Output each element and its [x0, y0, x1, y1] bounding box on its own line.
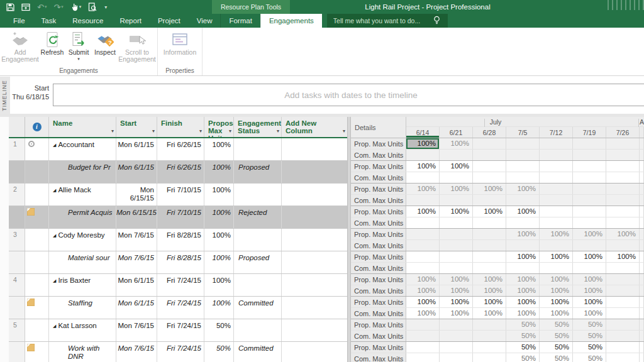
timephased-cell[interactable] [540, 150, 573, 160]
start-cell[interactable]: Mon 6/1/15 [116, 297, 157, 319]
collapse-outline-icon[interactable]: ◢ [53, 233, 56, 238]
engagement-status-cell[interactable]: Proposed [234, 251, 282, 273]
timephased-cell[interactable] [406, 331, 440, 341]
timephased-cell[interactable]: 100% [406, 184, 440, 194]
timephased-cell[interactable] [573, 172, 606, 183]
engagement-status-cell[interactable]: Proposed [234, 161, 282, 183]
timephased-cell[interactable] [573, 138, 606, 149]
redo-icon[interactable]: ↷▾ [53, 3, 63, 11]
resource-row[interactable]: Material sourMon 7/6/15Fri 8/28/15100%Pr… [9, 251, 347, 274]
timephased-cell[interactable]: 50% [506, 342, 540, 353]
timephased-cell[interactable]: 100% [506, 308, 540, 319]
row-number[interactable] [9, 161, 25, 183]
proposed-max-cell[interactable]: 100% [204, 229, 234, 251]
timephased-cell[interactable] [473, 229, 506, 239]
timephased-cell[interactable]: 100% [440, 206, 473, 217]
engagement-status-cell[interactable] [234, 138, 282, 160]
timephased-cell-partial[interactable] [640, 342, 644, 353]
add-new-column-cell[interactable] [282, 161, 347, 183]
proposed-max-cell[interactable]: 100% [204, 161, 234, 183]
timephased-cell[interactable]: 50% [540, 319, 573, 330]
touch-mode-icon[interactable]: ▾ [70, 3, 82, 11]
timephased-cell[interactable] [406, 240, 440, 251]
indicator-cell[interactable] [25, 342, 49, 362]
finish-cell[interactable]: Fri 7/10/15 [157, 206, 204, 228]
details-label[interactable]: Com. Max Units [351, 217, 406, 228]
select-all-corner[interactable] [9, 117, 25, 137]
finish-cell[interactable]: Fri 8/28/15 [157, 229, 204, 251]
timephased-cell[interactable] [440, 319, 473, 330]
row-number[interactable] [9, 251, 25, 273]
timephased-cell[interactable]: 100% [506, 229, 540, 239]
name-cell[interactable]: ◢Accountant [49, 138, 116, 160]
add-new-column-cell[interactable] [282, 206, 347, 228]
info-column-header[interactable]: i [25, 117, 49, 137]
timephased-cell[interactable]: 100% [540, 285, 573, 296]
timephased-cell[interactable] [406, 229, 440, 239]
timephased-cell[interactable] [606, 172, 640, 183]
timephased-cell[interactable]: 100% [506, 184, 540, 194]
timephased-cell-partial[interactable] [640, 161, 644, 172]
timephased-cell[interactable] [606, 319, 640, 330]
timephased-cell[interactable] [573, 195, 606, 206]
timephased-cell[interactable] [473, 319, 506, 330]
timephased-cell[interactable] [573, 184, 606, 194]
row-number[interactable]: 3 [9, 229, 25, 251]
timephased-cell[interactable] [506, 172, 540, 183]
finish-cell[interactable]: Fri 6/26/15 [157, 138, 204, 160]
details-label[interactable]: Prop. Max Units [351, 342, 406, 353]
details-label[interactable]: Prop. Max Units [351, 297, 406, 307]
timephased-cell[interactable] [406, 353, 440, 362]
add-new-column-cell[interactable] [282, 138, 347, 160]
timephased-cell[interactable]: 100% [540, 229, 573, 239]
timephased-cell-partial[interactable] [640, 195, 644, 206]
start-cell[interactable]: Mon 6/15/15 [116, 184, 157, 206]
details-label[interactable]: Prop. Max Units [351, 274, 406, 285]
timephased-cell[interactable] [473, 217, 506, 228]
timephased-cell[interactable] [506, 217, 540, 228]
week-header-partial[interactable] [640, 127, 644, 138]
timephased-cell[interactable] [606, 308, 640, 319]
finish-cell[interactable]: Fri 7/24/15 [157, 342, 204, 362]
timephased-cell[interactable] [606, 331, 640, 341]
proposed-max-cell[interactable]: 100% [204, 251, 234, 273]
name-cell[interactable]: Budget for Pr [49, 161, 116, 183]
timephased-cell[interactable] [540, 217, 573, 228]
engagement-status-cell[interactable]: Committed [234, 297, 282, 319]
row-number[interactable]: 1 [9, 138, 25, 160]
indicator-cell[interactable] [25, 319, 49, 341]
timephased-cell[interactable] [406, 342, 440, 353]
timephased-cell[interactable] [440, 342, 473, 353]
details-label[interactable]: Com. Max Units [351, 285, 406, 296]
add-new-column-cell[interactable] [282, 297, 347, 319]
timephased-cell[interactable] [540, 161, 573, 172]
details-label[interactable]: Com. Max Units [351, 353, 406, 362]
indicator-cell[interactable] [25, 184, 49, 206]
timephased-cell[interactable] [606, 150, 640, 160]
column-dropdown-icon[interactable]: ▾ [111, 128, 114, 135]
timephased-cell[interactable]: 100% [406, 308, 440, 319]
timephased-cell[interactable]: 100% [540, 297, 573, 307]
timephased-cell[interactable] [540, 138, 573, 149]
timephased-cell[interactable]: 100% [606, 229, 640, 239]
indicator-cell[interactable] [25, 229, 49, 251]
timephased-cell[interactable]: 100% [406, 206, 440, 217]
timephased-cell[interactable]: 50% [540, 342, 573, 353]
timephased-cell[interactable] [440, 240, 473, 251]
add-new-column-cell[interactable] [282, 319, 347, 341]
proposed-max-cell[interactable]: 100% [204, 138, 234, 160]
start-cell[interactable]: Mon 7/6/15 [116, 229, 157, 251]
indicator-cell[interactable] [25, 206, 49, 228]
timephased-cell[interactable] [473, 150, 506, 160]
information-button[interactable]: Information [160, 29, 200, 56]
timephased-cell[interactable] [473, 240, 506, 251]
timephased-cell[interactable] [573, 240, 606, 251]
timephased-cell[interactable]: 100% [406, 285, 440, 296]
tab-file[interactable]: File [5, 14, 33, 28]
timephased-cell[interactable] [440, 217, 473, 228]
timephased-cell[interactable] [506, 240, 540, 251]
collapse-outline-icon[interactable]: ◢ [53, 143, 56, 147]
add-new-column-cell[interactable] [282, 184, 347, 206]
start-cell[interactable]: Mon 6/1/15 [116, 274, 157, 296]
proposed-max-cell[interactable]: 100% [204, 206, 234, 228]
